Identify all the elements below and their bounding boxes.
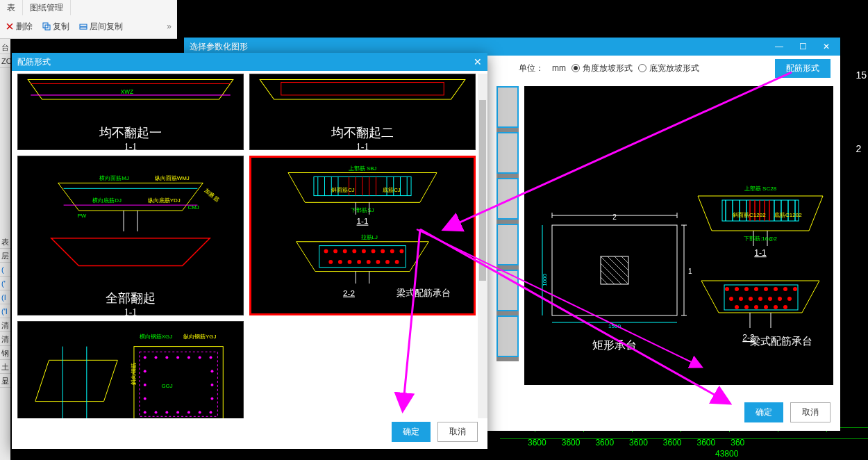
svg-point-109 bbox=[400, 249, 404, 253]
shape-thumb[interactable] bbox=[496, 224, 519, 265]
shape-thumb[interactable] bbox=[496, 132, 519, 174]
svg-point-50 bbox=[758, 297, 762, 301]
svg-text:横向钢筋XGJ: 横向钢筋XGJ bbox=[140, 334, 172, 340]
svg-text:1-1: 1-1 bbox=[754, 248, 767, 258]
svg-point-104 bbox=[352, 249, 356, 253]
copy-button[interactable]: 复制 bbox=[42, 21, 69, 33]
svg-point-55 bbox=[744, 305, 749, 309]
svg-point-101 bbox=[324, 249, 328, 253]
svg-point-138 bbox=[187, 411, 190, 413]
preview-left-caption: 矩形承台 bbox=[592, 339, 637, 351]
radio-dot-icon bbox=[571, 64, 580, 72]
svg-text:上部筋 SBJ: 上部筋 SBJ bbox=[349, 165, 377, 172]
svg-point-134 bbox=[144, 411, 147, 413]
style-tile[interactable]: 均不翻起二 1-1 bbox=[249, 74, 476, 150]
style-tile[interactable]: GGJ 斜向钢筋 横向钢筋XGJ 纵向钢筋YGJ bbox=[17, 321, 244, 418]
svg-point-41 bbox=[744, 287, 749, 291]
style-tile-selected[interactable]: 上部筋 SBJ 斜面筋CJ 底筋CJ 下部筋SJ 1-1 bbox=[249, 156, 476, 315]
svg-text:XWZ: XWZ bbox=[121, 89, 133, 95]
svg-text:下部筋:16@2: 下部筋:16@2 bbox=[744, 236, 777, 242]
svg-rect-67 bbox=[281, 83, 444, 95]
svg-point-116 bbox=[385, 260, 390, 264]
svg-text:横向面筋MJ: 横向面筋MJ bbox=[99, 175, 129, 181]
cad-bottom-dims: 3600 3600 3600 3600 3600 3600 360 bbox=[528, 438, 868, 447]
svg-text:底筋C1282: 底筋C1282 bbox=[774, 212, 802, 218]
svg-point-132 bbox=[199, 356, 201, 359]
cad-right-labels: 15 2 bbox=[856, 69, 867, 154]
outer-dialog-footer: 确定 取消 bbox=[744, 402, 831, 422]
outer-cancel-button[interactable]: 取消 bbox=[790, 402, 831, 422]
shape-thumb[interactable] bbox=[496, 86, 519, 128]
inner-scrollbar[interactable] bbox=[478, 74, 487, 418]
svg-point-56 bbox=[754, 305, 758, 309]
svg-point-59 bbox=[783, 305, 787, 309]
svg-point-48 bbox=[739, 297, 743, 301]
svg-point-128 bbox=[155, 356, 158, 359]
ribbon-tabs: 表 图纸管理 bbox=[0, 0, 177, 15]
rebar-style-button[interactable]: 配筋形式 bbox=[775, 59, 831, 78]
svg-point-140 bbox=[210, 411, 212, 413]
svg-point-107 bbox=[381, 249, 385, 253]
delete-button[interactable]: 删除 bbox=[6, 21, 33, 33]
parametric-preview[interactable]: 2 1 1500 1000 矩形承台 上部筋 SC28 斜面筋C1282 底筋C… bbox=[524, 86, 833, 385]
inner-close-icon[interactable]: ✕ bbox=[474, 56, 482, 67]
svg-point-139 bbox=[199, 411, 201, 413]
shape-thumb[interactable] bbox=[496, 270, 519, 311]
svg-text:纵向面筋WMJ: 纵向面筋WMJ bbox=[155, 175, 190, 181]
shape-thumbnail-strip bbox=[496, 86, 519, 361]
svg-point-46 bbox=[793, 287, 797, 291]
inner-dialog-title: 配筋形式 bbox=[17, 56, 51, 68]
copy-icon bbox=[42, 22, 51, 31]
outer-dialog-title: 选择参数化图形 bbox=[190, 41, 248, 53]
svg-point-142 bbox=[144, 384, 147, 386]
svg-text:1: 1 bbox=[688, 268, 692, 275]
svg-rect-100 bbox=[319, 246, 406, 268]
inner-dialog-titlebar[interactable]: 配筋形式 ✕ bbox=[12, 53, 487, 71]
close-icon[interactable]: ✕ bbox=[818, 42, 835, 51]
ribbon: 表 图纸管理 删除 复制 层间复制 » bbox=[0, 0, 177, 39]
style-tile[interactable]: 横向面筋MJ 纵向面筋WMJ 加腋筋 横向底筋DJ 纵向底筋YDJ CMJ PW… bbox=[17, 156, 244, 315]
svg-rect-2 bbox=[80, 24, 87, 26]
svg-point-53 bbox=[787, 297, 792, 301]
outer-ok-button[interactable]: 确定 bbox=[744, 402, 783, 422]
minimize-icon[interactable]: — bbox=[771, 42, 787, 51]
svg-rect-3 bbox=[80, 27, 87, 29]
svg-point-105 bbox=[362, 249, 366, 253]
svg-text:下部筋SJ: 下部筋SJ bbox=[351, 207, 374, 213]
style-tile[interactable]: XWZ 均不翻起一 1-1 bbox=[17, 74, 244, 150]
inner-ok-button[interactable]: 确定 bbox=[392, 422, 431, 442]
maximize-icon[interactable]: ☐ bbox=[794, 42, 811, 51]
svg-point-111 bbox=[338, 260, 342, 264]
shape-thumb[interactable] bbox=[496, 315, 519, 357]
svg-point-108 bbox=[390, 249, 394, 253]
svg-point-39 bbox=[725, 287, 729, 291]
tab-drawing-mgmt[interactable]: 图纸管理 bbox=[23, 0, 71, 15]
radio-dot-icon bbox=[638, 64, 646, 72]
inner-cancel-button[interactable]: 取消 bbox=[437, 422, 478, 442]
delete-icon bbox=[6, 22, 14, 31]
svg-text:1-1: 1-1 bbox=[357, 216, 369, 225]
tab-table[interactable]: 表 bbox=[0, 0, 23, 15]
svg-point-57 bbox=[764, 305, 768, 309]
inner-dialog: 配筋形式 ✕ XWZ 均不翻起一 1-1 bbox=[12, 53, 487, 449]
svg-point-51 bbox=[768, 297, 772, 301]
svg-point-44 bbox=[774, 287, 778, 291]
svg-text:横向底筋DJ: 横向底筋DJ bbox=[92, 197, 122, 204]
svg-point-117 bbox=[395, 260, 399, 264]
svg-point-45 bbox=[783, 287, 787, 291]
radio-width-slope[interactable]: 底宽放坡形式 bbox=[638, 63, 699, 74]
svg-text:2-2: 2-2 bbox=[343, 288, 355, 297]
svg-point-106 bbox=[372, 249, 376, 253]
svg-point-146 bbox=[211, 397, 214, 400]
layer-copy-button[interactable]: 层间复制 bbox=[79, 21, 123, 33]
shape-thumb[interactable] bbox=[496, 178, 519, 220]
svg-point-114 bbox=[367, 260, 371, 264]
svg-text:纵向底筋YDJ: 纵向底筋YDJ bbox=[148, 197, 181, 204]
svg-point-131 bbox=[187, 356, 190, 359]
svg-text:加腋筋: 加腋筋 bbox=[203, 188, 220, 203]
svg-point-58 bbox=[774, 305, 778, 309]
scrollbar-thumb[interactable] bbox=[479, 100, 486, 281]
radio-angle-slope[interactable]: 角度放坡形式 bbox=[571, 63, 633, 74]
unit-label: 单位： bbox=[519, 63, 544, 74]
svg-point-141 bbox=[144, 370, 147, 372]
